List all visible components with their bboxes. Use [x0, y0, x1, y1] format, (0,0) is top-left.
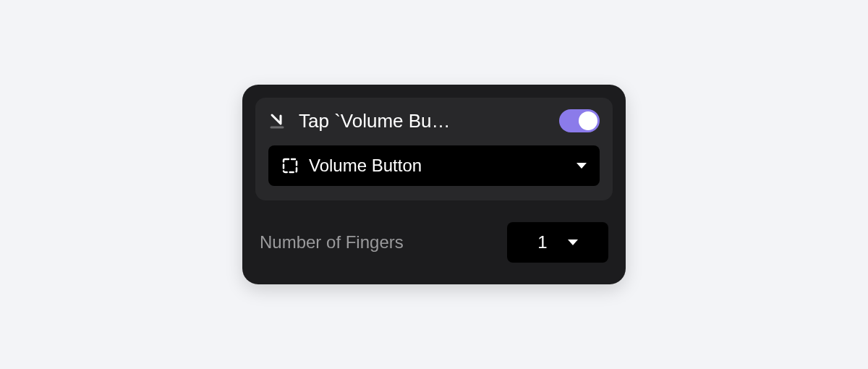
selected-element-label: Volume Button — [309, 156, 566, 176]
chevron-down-icon — [568, 239, 578, 245]
element-bounds-icon — [281, 157, 299, 174]
tap-action-card: Tap `Volume Bu… Volume Button Number of … — [242, 85, 626, 284]
target-element-dropdown[interactable]: Volume Button — [268, 145, 600, 186]
svg-rect-1 — [284, 159, 297, 172]
tap-arrow-icon — [268, 111, 289, 131]
action-enabled-toggle[interactable] — [559, 109, 600, 132]
fingers-setting-row: Number of Fingers 1 — [255, 200, 613, 271]
fingers-setting-label: Number of Fingers — [260, 232, 404, 253]
chevron-down-icon — [576, 163, 587, 169]
action-header-section: Tap `Volume Bu… Volume Button — [255, 98, 613, 200]
toggle-knob — [579, 111, 597, 130]
action-title: Tap `Volume Bu… — [299, 110, 549, 132]
action-header-row: Tap `Volume Bu… — [268, 109, 600, 132]
fingers-count-dropdown[interactable]: 1 — [507, 222, 608, 263]
fingers-count-value: 1 — [537, 232, 547, 253]
